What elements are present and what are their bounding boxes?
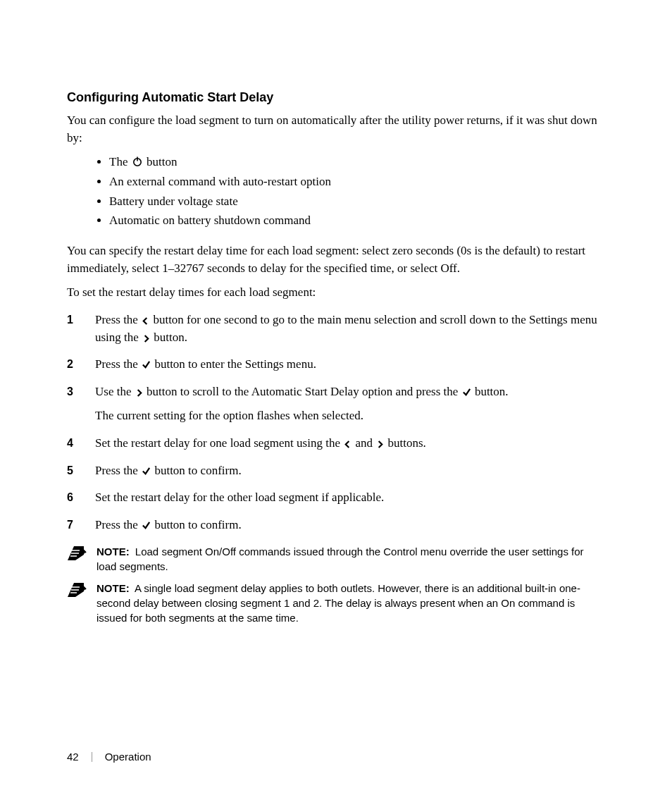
step-item: Set the restart delay for one load segme… [67, 435, 605, 452]
section-heading: Configuring Automatic Start Delay [67, 88, 605, 106]
note-text: Load segment On/Off commands issued thro… [97, 546, 584, 572]
step-text: button to scroll to the Automatic Start … [144, 385, 461, 398]
checkmark-icon [462, 388, 471, 397]
bullet-item: The button [109, 154, 605, 171]
note-text: A single load segment delay applies to b… [97, 582, 580, 624]
right-arrow-icon [135, 389, 143, 397]
right-arrow-icon [142, 335, 150, 343]
note-icon [67, 581, 87, 598]
step-item: Use the button to scroll to the Automati… [67, 383, 605, 425]
document-page: Configuring Automatic Start Delay You ca… [0, 0, 672, 807]
step-text: Use the [95, 385, 135, 398]
note-block: NOTE: A single load segment delay applie… [67, 581, 605, 625]
bullet-item: Battery under voltage state [109, 193, 605, 211]
step-text: button to enter the Settings menu. [151, 357, 316, 371]
left-arrow-icon [344, 441, 351, 448]
paragraph: You can specify the restart delay time f… [67, 242, 605, 277]
step-text: and [352, 436, 375, 450]
left-arrow-icon [142, 317, 149, 325]
note-body: NOTE: A single load segment delay applie… [97, 581, 605, 625]
right-arrow-icon [376, 441, 384, 448]
bullet-item: Automatic on battery shutdown command [109, 212, 605, 230]
step-text: button. [151, 331, 187, 344]
note-body: NOTE: Load segment On/Off commands issue… [97, 544, 605, 574]
page-number: 42 [67, 749, 79, 765]
step-text: Press the [95, 357, 141, 371]
step-item: Press the button for one second to go to… [67, 312, 605, 346]
note-block: NOTE: Load segment On/Off commands issue… [67, 544, 605, 574]
step-item: Set the restart delay for the other load… [67, 489, 605, 507]
step-item: Press the button to confirm. [67, 517, 605, 534]
paragraph: To set the restart delay times for each … [67, 284, 605, 302]
bullet-text: button [144, 155, 178, 168]
step-subtext: The current setting for the option flash… [95, 407, 605, 425]
footer-divider [92, 752, 92, 762]
step-text: button to confirm. [151, 518, 241, 531]
step-text: Press the [95, 518, 141, 531]
bullet-text: The [109, 155, 131, 168]
step-item: Press the button to enter the Settings m… [67, 356, 605, 374]
note-label: NOTE: [97, 546, 130, 557]
intro-paragraph: You can configure the load segment to tu… [67, 112, 605, 147]
step-text: buttons. [385, 436, 426, 450]
page-footer: 42 Operation [67, 749, 151, 765]
note-icon [67, 545, 87, 562]
checkmark-icon [142, 467, 151, 476]
step-list: Press the button for one second to go to… [67, 312, 605, 534]
step-text: Press the [95, 464, 141, 477]
checkmark-icon [142, 521, 151, 530]
step-item: Press the button to confirm. [67, 462, 605, 480]
step-text: Set the restart delay for one load segme… [95, 436, 343, 450]
step-text: button. [472, 385, 509, 398]
checkmark-icon [142, 360, 151, 369]
bullet-list: The button An external command with auto… [67, 154, 605, 230]
note-label: NOTE: [97, 582, 130, 594]
section-name: Operation [105, 749, 151, 765]
power-icon [132, 156, 143, 167]
step-text: Press the [95, 313, 141, 326]
step-text: button to confirm. [151, 464, 241, 477]
bullet-item: An external command with auto-restart op… [109, 173, 605, 191]
